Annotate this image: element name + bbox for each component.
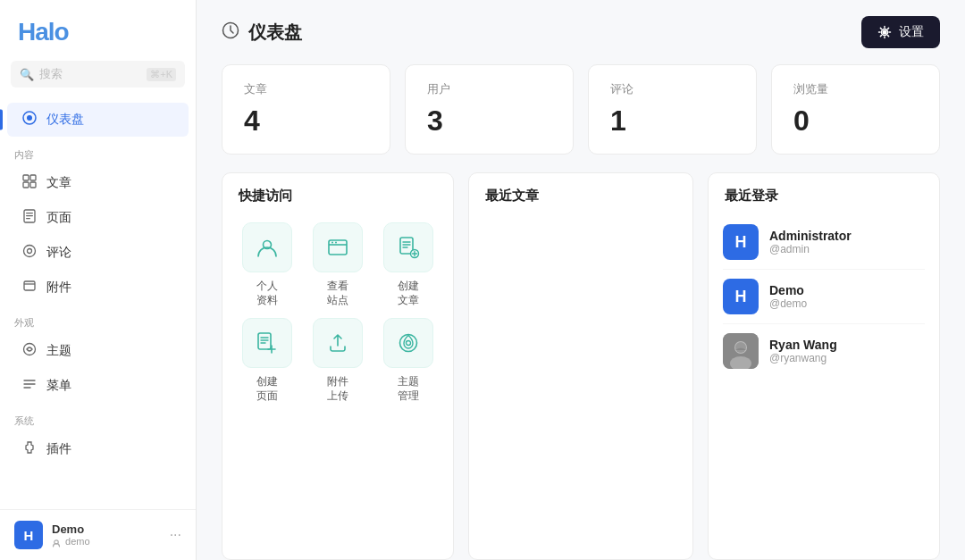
app-logo: Halo	[0, 0, 196, 61]
svg-rect-2	[23, 175, 29, 180]
recent-logins-panel: 最近登录 H Administrator @admin H Demo @demo	[708, 172, 940, 560]
quick-item-label: 创建文章	[398, 280, 419, 307]
login-handle: @ryanwang	[769, 352, 837, 364]
create-page-icon	[242, 318, 292, 368]
section-label-system: 系统	[0, 404, 196, 431]
recent-articles-title: 最近文章	[469, 173, 692, 215]
login-avatar-ryanwang	[723, 333, 759, 369]
sidebar-item-menus[interactable]: 菜单	[7, 369, 189, 403]
svg-rect-22	[329, 240, 347, 255]
attachments-icon	[21, 279, 38, 297]
articles-icon	[21, 174, 38, 192]
stat-articles-label: 文章	[244, 81, 368, 97]
menus-icon	[21, 377, 38, 395]
recent-logins-title: 最近登录	[709, 173, 939, 215]
content-area: 快捷访问 个人资料	[197, 172, 965, 560]
quick-item-profile[interactable]: 个人资料	[237, 222, 297, 307]
stat-articles: 文章 4	[222, 64, 390, 155]
quick-item-upload-attachment[interactable]: 附件上传	[307, 318, 367, 403]
quick-access-grid: 个人资料 查看站点	[222, 215, 453, 417]
svg-rect-4	[23, 182, 29, 188]
sidebar-footer[interactable]: H Demo demo ···	[0, 509, 196, 560]
search-placeholder: 搜索	[39, 66, 141, 82]
stat-comments: 评论 1	[588, 64, 757, 155]
sidebar-nav: 仪表盘 内容 文章	[0, 98, 196, 509]
login-info-demo: Demo @demo	[769, 283, 807, 310]
sidebar-item-label: 评论	[46, 245, 71, 261]
svg-point-24	[335, 242, 337, 244]
sidebar-item-comments[interactable]: 评论	[7, 236, 189, 270]
stat-articles-value: 4	[244, 104, 368, 138]
svg-rect-8	[26, 215, 33, 216]
sidebar-item-attachments[interactable]: 附件	[7, 271, 189, 305]
quick-access-panel: 快捷访问 个人资料	[222, 172, 454, 560]
pages-icon	[21, 209, 38, 227]
stats-row: 文章 4 用户 3 评论 1 浏览量 0	[197, 64, 965, 172]
sidebar-item-themes[interactable]: 主题	[7, 334, 189, 368]
section-label-content: 内容	[0, 138, 196, 165]
login-name: Ryan Wang	[769, 338, 837, 352]
user-info: Demo demo	[52, 522, 161, 547]
login-avatar-admin: H	[723, 224, 759, 260]
stat-pageviews-label: 浏览量	[793, 81, 918, 97]
login-handle: @demo	[769, 297, 807, 310]
svg-point-13	[24, 344, 36, 355]
svg-rect-12	[24, 281, 35, 290]
quick-item-theme-management[interactable]: 主题管理	[379, 318, 439, 403]
quick-item-label: 主题管理	[398, 375, 419, 403]
quick-item-create-page[interactable]: 创建页面	[237, 318, 297, 403]
settings-button[interactable]: 设置	[861, 16, 940, 48]
sidebar-item-label: 文章	[46, 175, 71, 191]
svg-rect-5	[30, 182, 36, 188]
section-label-appearance: 外观	[0, 305, 196, 333]
quick-item-label: 查看站点	[327, 280, 348, 307]
theme-management-icon	[383, 318, 433, 368]
sidebar-item-label: 附件	[46, 280, 71, 296]
quick-item-create-article[interactable]: 创建文章	[379, 222, 439, 307]
sidebar-item-articles[interactable]: 文章	[7, 166, 189, 200]
sidebar-item-label: 主题	[46, 343, 71, 359]
svg-point-1	[27, 115, 32, 121]
quick-item-label: 创建页面	[256, 375, 278, 403]
login-info-admin: Administrator @admin	[769, 229, 852, 255]
upload-attachment-icon	[313, 318, 363, 368]
search-icon: 🔍	[20, 68, 34, 81]
svg-point-10	[24, 246, 36, 257]
stat-pageviews-value: 0	[793, 104, 918, 138]
svg-rect-27	[258, 333, 271, 349]
profile-icon	[242, 222, 292, 272]
login-item-admin[interactable]: H Administrator @admin	[723, 215, 925, 270]
svg-rect-3	[30, 175, 36, 180]
svg-rect-9	[26, 218, 30, 219]
login-name: Demo	[769, 283, 807, 297]
dashboard-icon	[21, 111, 38, 129]
sidebar-item-label: 菜单	[46, 378, 71, 394]
quick-item-view-site[interactable]: 查看站点	[307, 222, 367, 307]
svg-rect-7	[26, 213, 33, 213]
title-icon	[222, 21, 239, 44]
svg-point-11	[28, 249, 32, 254]
more-options-button[interactable]: ···	[170, 527, 181, 543]
login-item-ryanwang[interactable]: Ryan Wang @ryanwang	[723, 324, 925, 378]
main-header: 仪表盘 设置	[197, 0, 965, 64]
search-bar[interactable]: 🔍 搜索 ⌘+K	[11, 61, 185, 88]
create-article-icon	[383, 222, 433, 272]
recent-articles-panel: 最近文章	[468, 172, 693, 560]
login-info-ryanwang: Ryan Wang @ryanwang	[769, 338, 837, 364]
sidebar-item-dashboard[interactable]: 仪表盘	[7, 103, 189, 137]
stat-comments-label: 评论	[610, 81, 734, 97]
sidebar-item-pages[interactable]: 页面	[7, 201, 189, 235]
login-item-demo[interactable]: H Demo @demo	[723, 270, 925, 324]
sidebar-item-plugins[interactable]: 插件	[7, 432, 189, 466]
login-name: Administrator	[769, 229, 852, 243]
quick-item-label: 个人资料	[256, 280, 278, 307]
sidebar: Halo 🔍 搜索 ⌘+K 仪表盘 内容	[0, 0, 197, 560]
login-list: H Administrator @admin H Demo @demo	[709, 215, 939, 385]
view-site-icon	[313, 222, 363, 272]
svg-point-29	[407, 341, 411, 346]
stat-pageviews: 浏览量 0	[771, 64, 940, 155]
login-avatar-demo: H	[723, 279, 759, 314]
sidebar-item-label: 页面	[46, 210, 71, 226]
quick-access-title: 快捷访问	[222, 173, 453, 215]
svg-point-19	[883, 30, 887, 35]
